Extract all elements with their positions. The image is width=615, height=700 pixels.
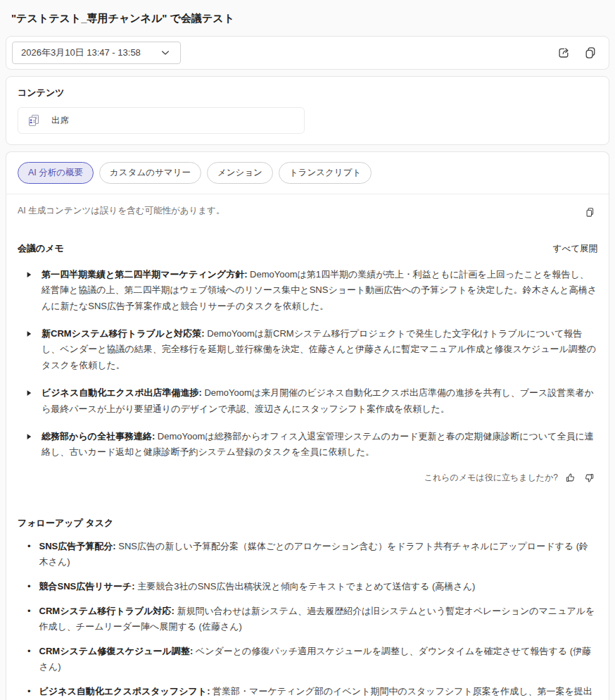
meeting-notes-title: 会議のメモ xyxy=(18,242,64,255)
task-title: ビジネス自動化エクスポスタッフシフト: xyxy=(39,686,210,696)
recap-panel: AI 分析の概要 カスタムのサマリー メンション トランスクリプト AI 生成コ… xyxy=(6,151,609,700)
copy-icon xyxy=(584,206,596,218)
meeting-notes-section: 会議のメモ すべて展開 第一四半期業績と第二四半期マーケティング方針: Demo… xyxy=(6,242,609,485)
follow-up-tasks-section: フォローアップ タスク • SNS広告予算配分: SNS広告の新しい予算配分案（… xyxy=(6,517,609,700)
contents-section: コンテンツ 出席 xyxy=(6,76,609,145)
chevron-down-icon xyxy=(159,46,172,59)
date-range-dropdown[interactable]: 2026年3月10日 13:47 - 13:58 xyxy=(12,42,181,64)
note-text: ビジネス自動化エクスポ出店準備進捗: DemoYoomは来月開催のビジネス自動化… xyxy=(42,385,597,417)
ai-disclaimer-text: AI 生成コンテンツは誤りを含む可能性があります。 xyxy=(18,205,224,217)
note-title: 第一四半期業績と第二四半期マーケティング方針: xyxy=(42,269,247,280)
tabs-row: AI 分析の概要 カスタムのサマリー メンション トランスクリプト xyxy=(6,162,609,194)
contents-header: コンテンツ xyxy=(18,87,597,99)
notes-feedback-row: これらのメモは役に立ちましたか? xyxy=(6,461,609,485)
bullet-icon: • xyxy=(27,644,31,675)
task-item: • 競合SNS広告リサーチ: 主要競合3社のSNS広告出稿状況と傾向をテキストで… xyxy=(27,579,597,594)
task-item: • CRMシステム移行トラブル対応: 新規問い合わせは新システム、過去履歴紹介は… xyxy=(27,604,597,635)
task-item: • ビジネス自動化エクスポスタッフシフト: 営業部・マーケティング部のイベント期… xyxy=(27,684,597,700)
note-title: ビジネス自動化エクスポ出店準備進捗: xyxy=(42,387,202,398)
bullet-icon: • xyxy=(27,539,31,570)
follow-up-tasks-list: • SNS広告予算配分: SNS広告の新しい予算配分案（媒体ごとのアロケーション… xyxy=(6,539,609,700)
tab[interactable]: メンション xyxy=(207,162,273,184)
task-item: • CRMシステム修復スケジュール調整: ベンダーとの修復パッチ適用スケジュール… xyxy=(27,644,597,675)
meeting-note-item: 総務部からの全社事務連絡: DemoYoomは総務部からオフィス入退室管理システ… xyxy=(25,429,597,461)
task-text: SNS広告予算配分: SNS広告の新しい予算配分案（媒体ごとのアロケーション含む… xyxy=(39,539,597,570)
thumbs-down-icon xyxy=(583,472,595,484)
task-text: ビジネス自動化エクスポスタッフシフト: 営業部・マーケティング部のイベント期間中… xyxy=(39,684,597,700)
meeting-note-item: ビジネス自動化エクスポ出店準備進捗: DemoYoomは来月開催のビジネス自動化… xyxy=(25,385,597,417)
expand-note-button[interactable] xyxy=(25,268,32,282)
expand-note-button[interactable] xyxy=(25,430,32,444)
expand-note-button[interactable] xyxy=(25,327,32,341)
tab-label: トランスクリプト xyxy=(289,168,361,177)
tab[interactable]: カスタムのサマリー xyxy=(99,162,201,184)
share-button[interactable] xyxy=(555,44,572,61)
task-title: CRMシステム移行トラブル対応: xyxy=(39,606,175,616)
copy-button[interactable] xyxy=(583,205,597,220)
copilot-button[interactable] xyxy=(582,44,599,61)
task-body: SNS広告の新しい予算配分案（媒体ごとのアロケーション含む）をドラフト共有チャネ… xyxy=(39,541,589,567)
tab[interactable]: トランスクリプト xyxy=(279,162,372,184)
bullet-icon: • xyxy=(27,684,31,700)
meeting-notes-list: 第一四半期業績と第二四半期マーケティング方針: DemoYoomは第1四半期の業… xyxy=(6,267,609,461)
note-text: 新CRMシステム移行トラブルと対応策: DemoYoomは新CRMシステム移行プ… xyxy=(42,326,597,373)
expand-note-button[interactable] xyxy=(25,386,32,400)
tab-label: メンション xyxy=(217,168,262,177)
caret-right-icon xyxy=(25,330,32,338)
caret-right-icon xyxy=(25,432,32,441)
expand-all-button[interactable]: すべて展開 xyxy=(553,243,597,255)
ai-disclaimer-row: AI 生成コンテンツは誤りを含む可能性があります。 xyxy=(6,194,609,220)
date-range-label: 2026年3月10日 13:47 - 13:58 xyxy=(21,46,141,59)
notes-thumbs-up-button[interactable] xyxy=(564,471,577,485)
task-title: SNS広告予算配分: xyxy=(39,541,116,551)
notes-feedback-question: これらのメモは役に立ちましたか? xyxy=(424,472,558,484)
copilot-icon xyxy=(583,46,597,60)
tab-label: カスタムのサマリー xyxy=(110,168,191,177)
meeting-note-item: 第一四半期業績と第二四半期マーケティング方針: DemoYoomは第1四半期の業… xyxy=(25,267,597,314)
note-text: 総務部からの全社事務連絡: DemoYoomは総務部からオフィス入退室管理システ… xyxy=(42,429,597,461)
caret-right-icon xyxy=(25,389,32,397)
page-header: "テストテスト_専用チャンネル" で会議テスト xyxy=(0,0,615,36)
notes-thumbs-down-button[interactable] xyxy=(583,471,596,485)
contents-item-attendance[interactable]: 出席 xyxy=(18,107,305,134)
toolbar: 2026年3月10日 13:47 - 13:58 xyxy=(6,36,609,70)
task-text: 競合SNS広告リサーチ: 主要競合3社のSNS広告出稿状況と傾向をテキストでまと… xyxy=(39,579,476,594)
task-body: 主要競合3社のSNS広告出稿状況と傾向をテキストでまとめて送信する (高橋さん) xyxy=(135,581,476,592)
tab[interactable]: AI 分析の概要 xyxy=(18,162,94,184)
thumbs-up-icon xyxy=(564,472,576,484)
task-text: CRMシステム移行トラブル対応: 新規問い合わせは新システム、過去履歴紹介は旧シ… xyxy=(39,604,597,635)
task-item: • SNS広告予算配分: SNS広告の新しい予算配分案（媒体ごとのアロケーション… xyxy=(27,539,597,570)
note-title: 総務部からの全社事務連絡: xyxy=(42,431,155,442)
bullet-icon: • xyxy=(27,604,31,635)
task-title: CRMシステム修復スケジュール調整: xyxy=(39,646,194,656)
task-text: CRMシステム修復スケジュール調整: ベンダーとの修復パッチ適用スケジュールを調… xyxy=(39,644,597,675)
tab-label: AI 分析の概要 xyxy=(28,168,83,177)
note-text: 第一四半期業績と第二四半期マーケティング方針: DemoYoomは第1四半期の業… xyxy=(42,267,597,314)
share-icon xyxy=(557,46,571,60)
contents-item-label: 出席 xyxy=(51,115,69,127)
toolbar-icons xyxy=(555,44,599,61)
follow-up-tasks-title: フォローアップ タスク xyxy=(18,517,113,530)
contents-list: 出席 xyxy=(18,107,597,134)
bullet-icon: • xyxy=(27,579,31,594)
attendance-report-icon xyxy=(27,113,41,127)
note-title: 新CRMシステム移行トラブルと対応策: xyxy=(42,328,205,339)
page-title: "テストテスト_専用チャンネル" で会議テスト xyxy=(11,12,604,25)
task-title: 競合SNS広告リサーチ: xyxy=(39,581,135,592)
caret-right-icon xyxy=(25,270,32,279)
meeting-note-item: 新CRMシステム移行トラブルと対応策: DemoYoomは新CRMシステム移行プ… xyxy=(25,326,597,373)
